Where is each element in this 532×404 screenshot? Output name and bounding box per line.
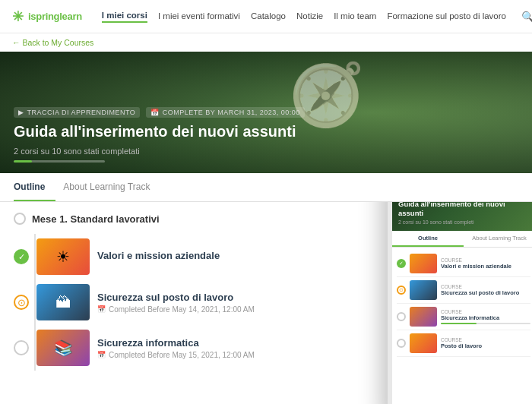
phone-hero-title: Guida all'inserimento dei nuovi assunti xyxy=(398,202,529,217)
phone-tab-about[interactable]: About Learning Track xyxy=(464,231,532,247)
section-title: Mese 1. Standard lavorativi xyxy=(32,213,160,225)
phone-status-locked xyxy=(397,339,406,348)
phone-tab-outline[interactable]: Outline xyxy=(392,231,464,247)
phone-status-inprogress: ⊙ xyxy=(397,286,406,295)
nav-link-my-courses[interactable]: I miei corsi xyxy=(102,11,147,23)
phone-tabs: Outline About Learning Track xyxy=(392,231,532,248)
phone-course-info: Course Posto di lavoro xyxy=(441,337,530,349)
phone-hero-sub: 2 corsi su 10 sono stati completi xyxy=(398,219,529,225)
phone-course-name: Posto di lavoro xyxy=(441,342,530,349)
phone-course-label: Course xyxy=(441,257,530,263)
phone-status-complete: ✓ xyxy=(397,259,406,268)
calendar-small-icon: 📅 xyxy=(97,305,106,313)
nav-icons: 🔍 🔔 ⊞ U xyxy=(520,7,532,27)
phone-course-name: Valori e mission aziendale xyxy=(441,263,530,270)
hero-badges: ▶ TRACCIA DI APPRENDIMENTO 📅 COMPLETE BY… xyxy=(14,107,518,118)
phone-thumb xyxy=(410,254,437,273)
phone-course-name: Sicurezza informatica xyxy=(441,314,530,321)
hero-banner: 🧭 ▶ TRACCIA DI APPRENDIMENTO 📅 COMPLETE … xyxy=(0,52,532,173)
status-icon-complete: ✓ xyxy=(14,249,29,264)
nav-link-news[interactable]: Notizie xyxy=(296,11,323,22)
track-badge: ▶ TRACCIA DI APPRENDIMENTO xyxy=(14,107,140,118)
course-thumbnail: 📚 xyxy=(36,330,90,366)
status-icon-inprogress: ⊙ xyxy=(14,295,29,310)
hero-progress-bar xyxy=(14,160,105,163)
phone-course-list: ✓ Course Valori e mission aziendale ⊙ Co… xyxy=(392,248,532,360)
phone-hero: 🧭 ▶ TRACCIA DI APPRENDIMENTO Guida all'i… xyxy=(392,202,532,231)
status-icon-locked xyxy=(14,340,29,355)
back-link[interactable]: Back to My Courses xyxy=(0,33,532,52)
track-icon: ▶ xyxy=(18,109,24,116)
thumb-visual: 📚 xyxy=(36,330,90,366)
logo: ✳ ispringlearn xyxy=(12,8,82,25)
main-content: Mese 1. Standard lavorativi ✓ ☀ Valori e… xyxy=(0,202,532,404)
phone-course-info: Course Valori e mission aziendale xyxy=(441,257,530,270)
navbar: ✳ ispringlearn I miei corsi I miei event… xyxy=(0,0,532,33)
logo-asterisk: ✳ xyxy=(12,8,24,25)
hero-subtitle: 2 corsi su 10 sono stati completati xyxy=(14,147,518,156)
nav-link-catalog[interactable]: Catalogo xyxy=(251,11,286,22)
hero-title: Guida all'inserimento dei nuovi assunti xyxy=(14,122,518,140)
phone-progress-fill xyxy=(441,323,477,324)
tab-outline[interactable]: Outline xyxy=(14,174,55,201)
section-dot xyxy=(14,213,26,225)
tabs-bar: Outline About Learning Track xyxy=(0,173,532,202)
logo-text: ispringlearn xyxy=(28,11,82,22)
nav-link-team[interactable]: Il mio team xyxy=(334,11,376,22)
nav-links: I miei corsi I miei eventi formativi Cat… xyxy=(102,11,506,23)
hero-progress-fill xyxy=(14,160,32,163)
phone-status-locked xyxy=(397,312,406,321)
calendar-small-icon: 📅 xyxy=(97,351,106,358)
list-item: ⊙ Course Sicurezza sul posto di lavoro xyxy=(397,277,530,304)
nav-link-events[interactable]: I miei eventi formativi xyxy=(158,11,240,22)
phone-course-info: Course Sicurezza sul posto di lavoro xyxy=(441,284,530,296)
phone-course-label: Course xyxy=(441,309,530,314)
list-item: ✓ Course Valori e mission aziendale xyxy=(397,251,530,277)
phone-thumb xyxy=(410,307,437,327)
phone-thumb xyxy=(410,333,437,353)
hero-content: ▶ TRACCIA DI APPRENDIMENTO 📅 COMPLETE BY… xyxy=(14,107,518,163)
course-thumbnail: ☀ xyxy=(36,238,90,275)
calendar-icon: 📅 xyxy=(150,109,160,116)
phone-course-info: Course Sicurezza informatica xyxy=(441,309,530,324)
phone-course-label: Course xyxy=(441,337,530,342)
list-item: Course Sicurezza informatica xyxy=(397,304,530,330)
phone-progress-bar xyxy=(441,323,530,324)
thumb-visual: 🏔 xyxy=(36,284,90,320)
course-thumbnail: 🏔 xyxy=(36,284,90,320)
tab-about[interactable]: About Learning Track xyxy=(63,174,160,201)
phone-mockup: 3:04 PM ▐▐▐▐ 🧭 ▶ TRACCIA DI APPRENDIMENT… xyxy=(388,202,532,404)
search-icon[interactable]: 🔍 xyxy=(520,9,532,24)
thumb-visual: ☀ xyxy=(36,238,90,275)
phone-course-name: Sicurezza sul posto di lavoro xyxy=(441,289,530,296)
phone-course-label: Course xyxy=(441,284,530,289)
list-item: Course Posto di lavoro xyxy=(397,330,530,357)
deadline-badge: 📅 COMPLETE BY MARCH 31, 2023, 00:00 xyxy=(146,107,304,118)
nav-link-workplace[interactable]: Formazione sul posto di lavoro xyxy=(387,11,506,22)
phone-thumb xyxy=(410,280,437,300)
